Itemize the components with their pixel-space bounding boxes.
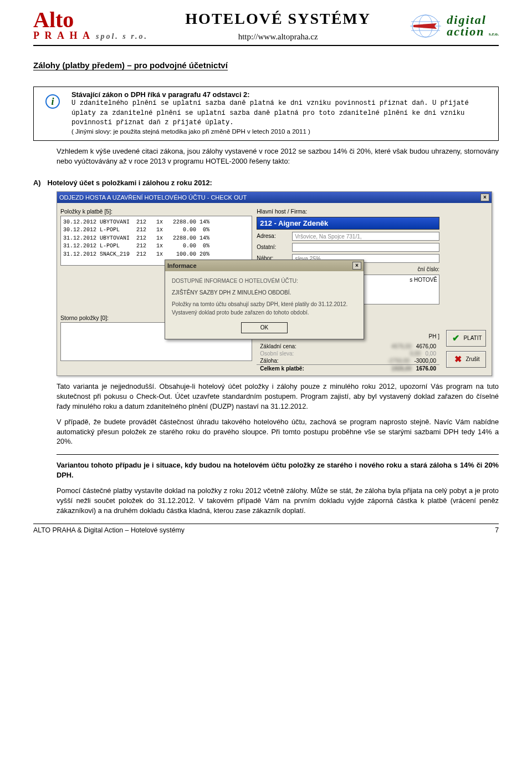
info-note: ( Jinými slovy: je použita stejná metodi… <box>71 128 493 135</box>
section-A-letter: A) <box>33 179 41 187</box>
list-item: 31.12.2012 UBYTOVANI 212 1x 2288.00 14% <box>63 235 209 241</box>
close-icon[interactable]: × <box>480 194 489 201</box>
address-field[interactable]: Vršovice, Na Spojce 731/1, <box>292 232 439 241</box>
pay-button-label: PLATIT <box>463 335 482 341</box>
host-label: Hlavní host / Firma: <box>257 208 439 215</box>
cancel-button-label: Zrušit <box>466 356 480 362</box>
cross-icon: ✖ <box>453 354 464 365</box>
header-title: HOTELOVÉ SYSTÉMY <box>185 10 371 28</box>
info-dialog: Informace × DOSTUPNÉ INFORMACE O HOTELOV… <box>165 260 364 339</box>
list-item: 31.12.2012 SNACK_219 212 1x 100.00 20% <box>63 251 209 257</box>
checkout-titlebar: ODJEZD HOSTA A UZAVŘENÍ HOTELOVÉHO ÚČTU … <box>57 192 492 203</box>
logo-da-line2: action <box>447 24 484 38</box>
divider <box>57 454 499 455</box>
section-heading: Zálohy (platby předem) – pro podvojné úč… <box>33 60 228 70</box>
header-url: http://www.altopraha.cz <box>185 32 371 42</box>
pay-button[interactable]: ✔ PLATIT <box>446 330 486 347</box>
host-field[interactable]: 212 - Aigner Zdeněk <box>257 217 439 230</box>
total-discount-value: 0,00 <box>426 351 436 357</box>
close-icon[interactable]: × <box>352 262 361 270</box>
list-item: 30.12.2012 L-POPL 212 1x 0.00 0% <box>63 227 209 233</box>
info-bold-intro: Stávající zákon o DPH říká v paragrafu 4… <box>71 90 249 99</box>
info-box: i Stávající zákon o DPH říká v paragrafu… <box>33 87 499 141</box>
list-item: 31.12.2012 L-POPL 212 1x 0.00 0% <box>63 243 209 249</box>
info-dialog-text-2: Vystavený doklad proto bude zařazen do t… <box>172 308 357 317</box>
items-label: Položky k platbě [5]: <box>60 208 252 215</box>
total-base-value: 4676,00 <box>416 343 436 349</box>
checkout-title: ODJEZD HOSTA A UZAVŘENÍ HOTELOVÉHO ÚČTU … <box>59 194 247 201</box>
total-sum-value: 1676.00 <box>416 365 436 372</box>
page-header: Alto P R A H A spol. s r.o. HOTELOVÉ SYS… <box>33 10 499 46</box>
info-dialog-titlebar: Informace × <box>165 260 364 271</box>
logo-da-small: s.r.o. <box>489 31 499 37</box>
logo-alto-line2: P R A H A <box>33 30 91 42</box>
totals-block: Základní cena: 4676,00 4676,00 Osobní sl… <box>257 343 439 372</box>
intro-paragraph: Vzhledem k výše uvedené citaci zákona, j… <box>57 146 499 166</box>
page-number: 7 <box>495 526 499 534</box>
paragraph-3: V případě, že budete provádět částečnost… <box>57 417 499 447</box>
address-label: Adresa: <box>257 233 289 239</box>
paragraph-2: Tato varianta je nejjednodušší. Obsahuje… <box>57 382 499 412</box>
info-icon: i <box>39 90 66 113</box>
info-dialog-text-1: Položky na tomto účtu obsahují sazby DPH… <box>172 300 357 308</box>
cancel-button[interactable]: ✖ Zrušit <box>446 351 486 368</box>
total-deposit-value: -3000,00 <box>415 358 436 364</box>
info-law-text: U zdanitelného plnění se uplatní sazba d… <box>71 99 493 128</box>
footer-left: ALTO PRAHA & Digital Action – Hotelové s… <box>33 526 185 534</box>
paragraph-5: Pomocí částečné platby vystavíte doklad … <box>57 486 499 516</box>
page-footer: ALTO PRAHA & Digital Action – Hotelové s… <box>33 526 499 534</box>
list-item: 30.12.2012 UBYTOVANI 212 1x 2288.00 14% <box>63 219 209 225</box>
items-listbox[interactable]: 30.12.2012 UBYTOVANI 212 1x 2288.00 14% … <box>60 216 252 266</box>
paragraph-4-bold: Variantou tohoto případu je i situace, k… <box>57 460 499 480</box>
checkmark-icon: ✔ <box>450 333 461 344</box>
ok-button[interactable]: OK <box>241 322 288 333</box>
logo-alto-line1: Alto <box>33 10 148 30</box>
total-deposit-label: Záloha: <box>260 358 278 364</box>
total-discount-label: Osobní sleva: <box>260 351 294 357</box>
logo-alto: Alto P R A H A spol. s r.o. <box>33 10 148 42</box>
checkout-window: ODJEZD HOSTA A UZAVŘENÍ HOTELOVÉHO ÚČTU … <box>57 191 492 376</box>
total-base-label: Základní cena: <box>260 343 296 349</box>
other-field[interactable] <box>292 243 439 252</box>
footer-divider <box>33 524 499 524</box>
other-label: Ostatní: <box>257 244 289 250</box>
logo-digital-action: digital action s.r.o. <box>408 12 499 40</box>
info-dialog-heading: DOSTUPNÉ INFORMACE O HOTELOVÉM ÚČTU: <box>172 277 357 285</box>
logo-alto-small: spol. s r.o. <box>96 32 148 41</box>
info-dialog-title: Informace <box>167 262 197 269</box>
section-A-title: Hotelový účet s položkami i zálohou z ro… <box>48 179 212 187</box>
total-sum-label: Celkem k platbě: <box>260 365 304 372</box>
globe-icon <box>408 12 443 40</box>
info-dialog-subheading: ZJIŠTĚNY SAZBY DPH Z MINULÉHO OBDOBÍ. <box>172 288 357 297</box>
